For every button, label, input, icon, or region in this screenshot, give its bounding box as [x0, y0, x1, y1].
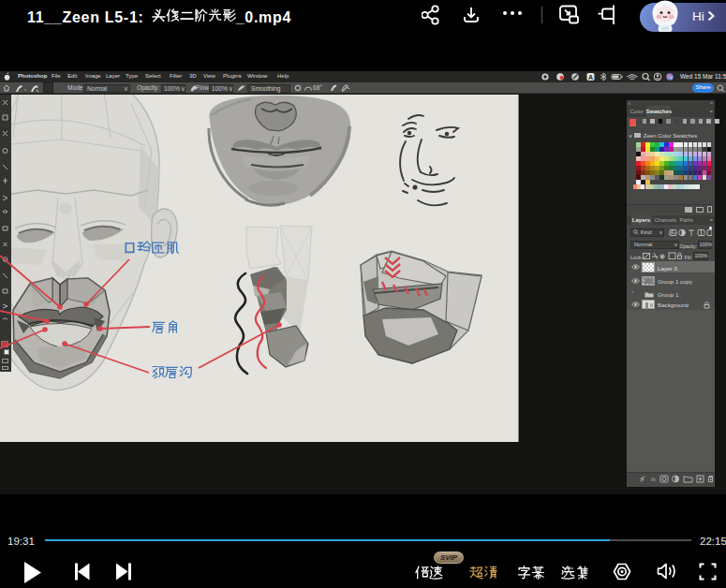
svg-text:fx: fx	[651, 477, 657, 482]
svg-text:A: A	[588, 74, 593, 81]
